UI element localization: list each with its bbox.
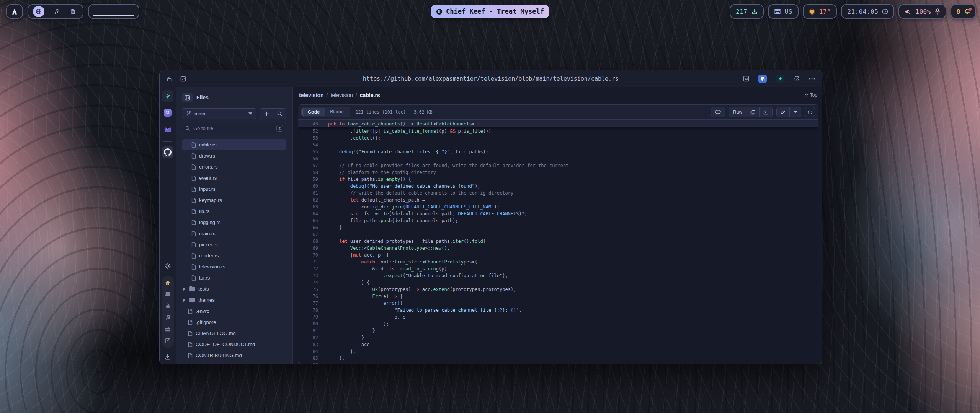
file-tree-item[interactable]: tests	[182, 283, 286, 294]
line-number[interactable]: 63	[298, 203, 318, 210]
keyboard-layout-widget[interactable]: US	[768, 4, 799, 19]
file-tree-item[interactable]: tui.rs	[182, 272, 286, 283]
file-tree-item[interactable]: input.rs	[182, 184, 286, 195]
line-number[interactable]: 81	[298, 327, 318, 334]
line-number[interactable]: 68	[298, 238, 318, 245]
workspace-browser[interactable]	[33, 6, 44, 17]
line-number[interactable]: 73	[298, 272, 318, 279]
line-number[interactable]: 77	[298, 300, 318, 307]
line-number[interactable]: 53	[298, 135, 318, 141]
line-number[interactable]: 75	[298, 286, 318, 293]
file-tree-item[interactable]: CONTRIBUTING.md	[182, 350, 286, 361]
file-tree-item[interactable]: themes	[182, 294, 286, 306]
weather-widget[interactable]: 17°	[803, 4, 837, 19]
breadcrumb-repo-link[interactable]: television	[299, 92, 324, 98]
file-tree-item[interactable]	[182, 361, 286, 364]
workspace-laptop-icon[interactable]	[165, 292, 171, 296]
file-tree-item[interactable]: keymap.rs	[182, 195, 286, 206]
password-manager-extension-icon[interactable]	[758, 75, 767, 83]
line-number[interactable]: 70	[298, 252, 318, 259]
breadcrumb-dir-link[interactable]: television	[330, 92, 353, 98]
tab-blame[interactable]: Blame	[325, 108, 348, 116]
downloads-button[interactable]	[164, 353, 171, 360]
file-tree-item[interactable]: lib.rs	[182, 206, 286, 217]
line-number[interactable]: 57	[298, 162, 318, 169]
line-number[interactable]: 56	[298, 155, 318, 162]
line-number[interactable]: 85	[298, 355, 318, 362]
pinned-tab-mail[interactable]	[162, 124, 173, 135]
line-number[interactable]: 66	[298, 224, 318, 231]
tab-code[interactable]: Code	[302, 108, 325, 116]
copy-button[interactable]	[746, 107, 759, 117]
file-tree-item[interactable]: television.rs	[182, 261, 286, 272]
updates-widget[interactable]: 217	[730, 4, 763, 19]
download-raw-button[interactable]	[759, 107, 772, 117]
line-number[interactable]: 84	[298, 348, 318, 355]
file-tree-item[interactable]: draw.rs	[182, 150, 286, 161]
audio-widget[interactable]: 100%	[898, 4, 946, 19]
clock-widget[interactable]: 21:04:05	[841, 4, 894, 19]
line-number[interactable]: 86	[298, 362, 318, 364]
file-tree-item[interactable]: CODE_OF_CONDUCT.md	[182, 339, 286, 350]
lock-icon[interactable]	[167, 76, 172, 82]
search-tree-button[interactable]	[273, 109, 286, 119]
line-number[interactable]: 61	[298, 190, 318, 197]
file-tree-item[interactable]: render.rs	[182, 250, 286, 261]
line-number[interactable]: 69	[298, 245, 318, 252]
pause-icon[interactable]	[436, 8, 443, 15]
go-to-file-input[interactable]	[193, 125, 273, 131]
edit-dropdown-button[interactable]	[789, 107, 801, 117]
branch-selector[interactable]: main	[182, 108, 256, 119]
workspace-notes-icon[interactable]	[165, 338, 170, 343]
file-tree-item[interactable]: .gitignore	[182, 317, 286, 328]
line-number[interactable]: 67	[298, 231, 318, 238]
file-tree-item[interactable]	[182, 137, 286, 139]
line-number[interactable]: 65	[298, 217, 318, 224]
workspace-music-icon[interactable]	[165, 315, 170, 320]
file-tree-item[interactable]: .envrc	[182, 306, 286, 317]
line-number[interactable]: 82	[298, 334, 318, 341]
line-number[interactable]: 76	[298, 293, 318, 300]
add-file-button[interactable]	[260, 109, 273, 119]
pinned-tab-lightning[interactable]	[162, 90, 173, 102]
extensions-puzzle-icon[interactable]	[794, 76, 800, 82]
file-tree-item[interactable]: cable.rs	[182, 139, 286, 150]
line-number[interactable]: 52	[298, 128, 318, 135]
line-number[interactable]: 79	[298, 314, 318, 320]
menu-ellipsis-icon[interactable]	[809, 78, 815, 80]
symbols-panel-button[interactable]	[805, 107, 815, 117]
workspace-lock-icon[interactable]	[165, 303, 170, 308]
collapse-sidebar-button[interactable]	[182, 93, 193, 102]
workspace-briefcase-icon[interactable]	[165, 327, 171, 332]
bookmark-tab-icon[interactable]	[743, 76, 749, 82]
page-frame-icon[interactable]	[180, 76, 186, 82]
line-number[interactable]: 71	[298, 259, 318, 265]
line-number[interactable]: 83	[298, 341, 318, 348]
media-widget[interactable]: Chief Keef - Treat Myself	[431, 5, 549, 18]
workspace-documents[interactable]	[68, 7, 78, 16]
line-number[interactable]: 80	[298, 320, 318, 327]
raw-button[interactable]: Raw	[729, 107, 746, 117]
file-tree-item[interactable]: CHANGELOG.md	[182, 328, 286, 339]
window-title-pill[interactable]	[88, 4, 139, 19]
lightning-extension-icon[interactable]	[776, 75, 784, 83]
line-number[interactable]: 74	[298, 279, 318, 286]
line-number[interactable]: 64	[298, 210, 318, 217]
workspace-home-icon[interactable]	[165, 280, 170, 285]
notifications-widget[interactable]: 8	[951, 4, 976, 19]
file-tree-item[interactable]: logging.rs	[182, 217, 286, 228]
line-number[interactable]: 72	[298, 265, 318, 272]
file-tree-item[interactable]: errors.rs	[182, 161, 286, 172]
launcher-button[interactable]	[6, 4, 23, 19]
line-number[interactable]: 43	[298, 120, 318, 127]
edit-file-button[interactable]	[777, 107, 789, 117]
pinned-tab-github-active[interactable]	[162, 146, 173, 158]
file-tree-item[interactable]: main.rs	[182, 228, 286, 239]
line-number[interactable]: 78	[298, 307, 318, 314]
line-number[interactable]: 60	[298, 183, 318, 190]
pinned-tab-calendar[interactable]: 31	[162, 107, 173, 119]
copilot-button[interactable]	[711, 107, 725, 117]
line-number[interactable]: 54	[298, 141, 318, 148]
line-number[interactable]: 59	[298, 176, 318, 183]
file-tree-item[interactable]: picker.rs	[182, 239, 286, 250]
